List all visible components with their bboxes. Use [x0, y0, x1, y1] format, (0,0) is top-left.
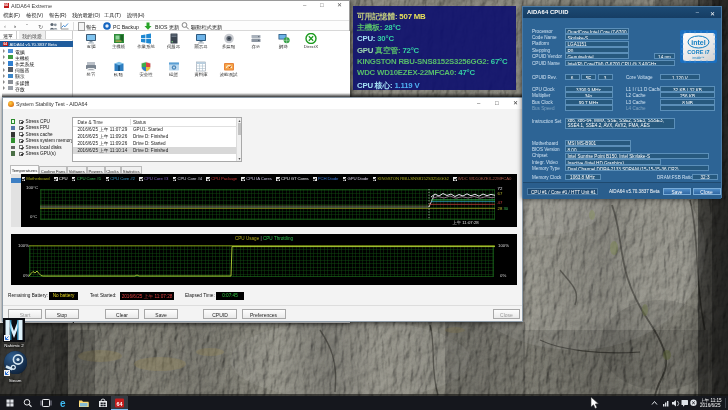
- svg-text:intel: intel: [691, 39, 705, 46]
- svg-text:inside™: inside™: [692, 56, 704, 60]
- svg-text:e: e: [60, 398, 66, 409]
- svg-text:CORE i7: CORE i7: [687, 49, 709, 55]
- svg-text:64: 64: [117, 401, 123, 407]
